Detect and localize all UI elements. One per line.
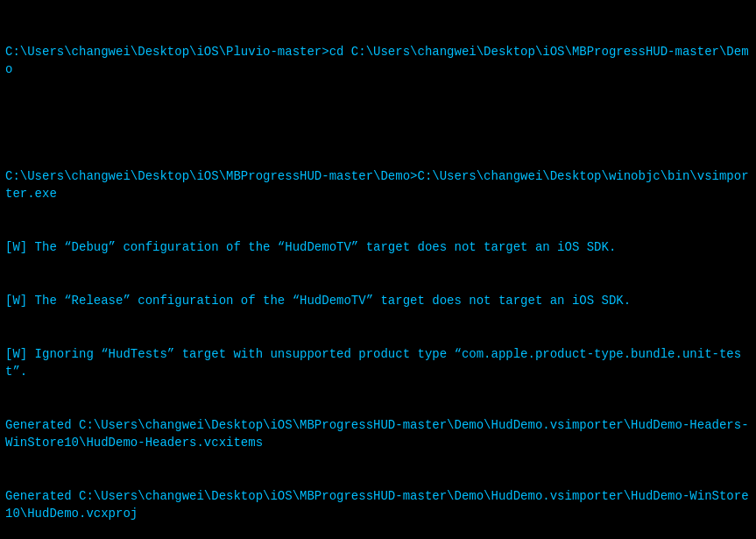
warning-line-3: [W] Ignoring “HudTests” target with unsu… bbox=[5, 345, 751, 381]
cmd-line-1: C:\Users\changwei\Desktop\iOS\Pluvio-mas… bbox=[5, 43, 751, 79]
generated-line-1: Generated C:\Users\changwei\Desktop\iOS\… bbox=[5, 416, 751, 452]
cmd-line-2: C:\Users\changwei\Desktop\iOS\MBProgress… bbox=[5, 167, 751, 203]
terminal-window: C:\Users\changwei\Desktop\iOS\Pluvio-mas… bbox=[0, 0, 756, 539]
warning-line-2: [W] The “Release” configuration of the “… bbox=[5, 292, 751, 309]
warning-line-1: [W] The “Debug” configuration of the “Hu… bbox=[5, 238, 751, 256]
empty-line-1 bbox=[5, 114, 751, 131]
terminal-output: C:\Users\changwei\Desktop\iOS\Pluvio-mas… bbox=[5, 7, 751, 539]
generated-line-2: Generated C:\Users\changwei\Desktop\iOS\… bbox=[5, 487, 751, 523]
